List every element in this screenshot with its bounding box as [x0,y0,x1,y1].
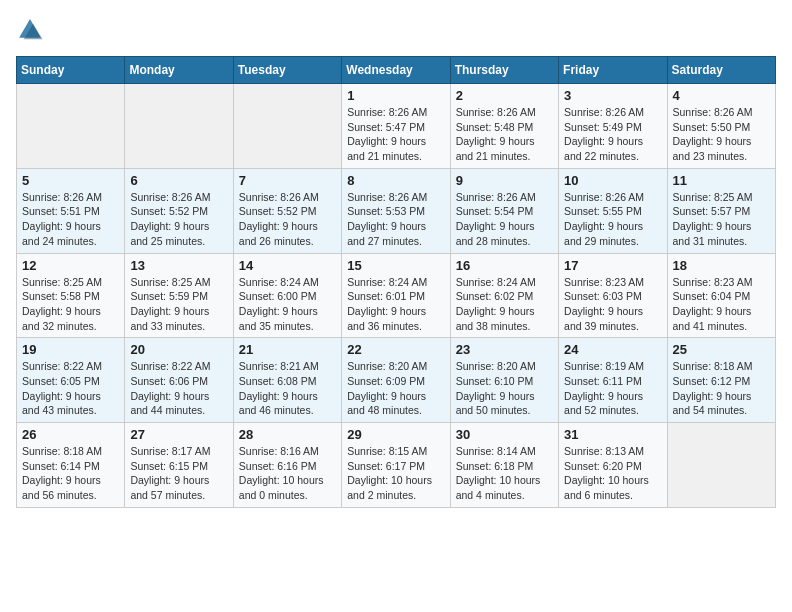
day-info: Sunrise: 8:24 AMSunset: 6:02 PMDaylight:… [456,275,553,334]
calendar-cell: 31Sunrise: 8:13 AMSunset: 6:20 PMDayligh… [559,423,667,508]
day-info: Sunrise: 8:22 AMSunset: 6:06 PMDaylight:… [130,359,227,418]
day-number: 10 [564,173,661,188]
calendar-cell: 15Sunrise: 8:24 AMSunset: 6:01 PMDayligh… [342,253,450,338]
day-info: Sunrise: 8:26 AMSunset: 5:54 PMDaylight:… [456,190,553,249]
calendar-cell: 26Sunrise: 8:18 AMSunset: 6:14 PMDayligh… [17,423,125,508]
calendar-cell [233,84,341,169]
day-info: Sunrise: 8:25 AMSunset: 5:58 PMDaylight:… [22,275,119,334]
day-number: 15 [347,258,444,273]
day-number: 22 [347,342,444,357]
day-number: 27 [130,427,227,442]
calendar-cell: 28Sunrise: 8:16 AMSunset: 6:16 PMDayligh… [233,423,341,508]
day-info: Sunrise: 8:14 AMSunset: 6:18 PMDaylight:… [456,444,553,503]
day-info: Sunrise: 8:26 AMSunset: 5:47 PMDaylight:… [347,105,444,164]
calendar-cell: 11Sunrise: 8:25 AMSunset: 5:57 PMDayligh… [667,168,775,253]
day-info: Sunrise: 8:26 AMSunset: 5:51 PMDaylight:… [22,190,119,249]
day-number: 9 [456,173,553,188]
calendar-week-5: 26Sunrise: 8:18 AMSunset: 6:14 PMDayligh… [17,423,776,508]
day-number: 12 [22,258,119,273]
day-number: 16 [456,258,553,273]
calendar-cell: 10Sunrise: 8:26 AMSunset: 5:55 PMDayligh… [559,168,667,253]
day-number: 17 [564,258,661,273]
day-number: 24 [564,342,661,357]
calendar-week-4: 19Sunrise: 8:22 AMSunset: 6:05 PMDayligh… [17,338,776,423]
calendar-cell: 27Sunrise: 8:17 AMSunset: 6:15 PMDayligh… [125,423,233,508]
day-info: Sunrise: 8:15 AMSunset: 6:17 PMDaylight:… [347,444,444,503]
calendar-cell: 12Sunrise: 8:25 AMSunset: 5:58 PMDayligh… [17,253,125,338]
day-info: Sunrise: 8:26 AMSunset: 5:50 PMDaylight:… [673,105,770,164]
calendar-cell: 23Sunrise: 8:20 AMSunset: 6:10 PMDayligh… [450,338,558,423]
day-info: Sunrise: 8:25 AMSunset: 5:57 PMDaylight:… [673,190,770,249]
calendar-cell: 6Sunrise: 8:26 AMSunset: 5:52 PMDaylight… [125,168,233,253]
day-info: Sunrise: 8:24 AMSunset: 6:01 PMDaylight:… [347,275,444,334]
day-number: 25 [673,342,770,357]
calendar-cell: 2Sunrise: 8:26 AMSunset: 5:48 PMDaylight… [450,84,558,169]
day-number: 11 [673,173,770,188]
day-info: Sunrise: 8:26 AMSunset: 5:52 PMDaylight:… [239,190,336,249]
day-info: Sunrise: 8:26 AMSunset: 5:48 PMDaylight:… [456,105,553,164]
day-info: Sunrise: 8:26 AMSunset: 5:55 PMDaylight:… [564,190,661,249]
calendar-table: SundayMondayTuesdayWednesdayThursdayFrid… [16,56,776,508]
calendar-body: 1Sunrise: 8:26 AMSunset: 5:47 PMDaylight… [17,84,776,508]
day-number: 28 [239,427,336,442]
calendar-cell: 3Sunrise: 8:26 AMSunset: 5:49 PMDaylight… [559,84,667,169]
calendar-cell: 14Sunrise: 8:24 AMSunset: 6:00 PMDayligh… [233,253,341,338]
days-of-week-header: SundayMondayTuesdayWednesdayThursdayFrid… [17,57,776,84]
day-number: 5 [22,173,119,188]
dow-wednesday: Wednesday [342,57,450,84]
dow-friday: Friday [559,57,667,84]
day-info: Sunrise: 8:20 AMSunset: 6:10 PMDaylight:… [456,359,553,418]
page-header [16,16,776,44]
logo-icon [16,16,44,44]
logo [16,16,48,44]
calendar-cell: 17Sunrise: 8:23 AMSunset: 6:03 PMDayligh… [559,253,667,338]
day-info: Sunrise: 8:24 AMSunset: 6:00 PMDaylight:… [239,275,336,334]
day-number: 30 [456,427,553,442]
day-info: Sunrise: 8:26 AMSunset: 5:53 PMDaylight:… [347,190,444,249]
calendar-cell: 21Sunrise: 8:21 AMSunset: 6:08 PMDayligh… [233,338,341,423]
day-number: 19 [22,342,119,357]
calendar-cell [667,423,775,508]
day-number: 26 [22,427,119,442]
day-number: 1 [347,88,444,103]
day-number: 3 [564,88,661,103]
calendar-week-2: 5Sunrise: 8:26 AMSunset: 5:51 PMDaylight… [17,168,776,253]
calendar-cell: 20Sunrise: 8:22 AMSunset: 6:06 PMDayligh… [125,338,233,423]
day-info: Sunrise: 8:25 AMSunset: 5:59 PMDaylight:… [130,275,227,334]
calendar-cell: 8Sunrise: 8:26 AMSunset: 5:53 PMDaylight… [342,168,450,253]
calendar-cell: 30Sunrise: 8:14 AMSunset: 6:18 PMDayligh… [450,423,558,508]
day-info: Sunrise: 8:22 AMSunset: 6:05 PMDaylight:… [22,359,119,418]
day-number: 2 [456,88,553,103]
calendar-cell [125,84,233,169]
calendar-cell: 16Sunrise: 8:24 AMSunset: 6:02 PMDayligh… [450,253,558,338]
day-number: 20 [130,342,227,357]
dow-sunday: Sunday [17,57,125,84]
day-number: 31 [564,427,661,442]
dow-saturday: Saturday [667,57,775,84]
day-info: Sunrise: 8:17 AMSunset: 6:15 PMDaylight:… [130,444,227,503]
day-info: Sunrise: 8:18 AMSunset: 6:12 PMDaylight:… [673,359,770,418]
calendar-cell: 22Sunrise: 8:20 AMSunset: 6:09 PMDayligh… [342,338,450,423]
dow-monday: Monday [125,57,233,84]
day-info: Sunrise: 8:23 AMSunset: 6:03 PMDaylight:… [564,275,661,334]
calendar-cell [17,84,125,169]
day-number: 13 [130,258,227,273]
day-number: 29 [347,427,444,442]
calendar-cell: 24Sunrise: 8:19 AMSunset: 6:11 PMDayligh… [559,338,667,423]
calendar-cell: 13Sunrise: 8:25 AMSunset: 5:59 PMDayligh… [125,253,233,338]
day-number: 14 [239,258,336,273]
calendar-cell: 25Sunrise: 8:18 AMSunset: 6:12 PMDayligh… [667,338,775,423]
day-info: Sunrise: 8:18 AMSunset: 6:14 PMDaylight:… [22,444,119,503]
dow-thursday: Thursday [450,57,558,84]
calendar-cell: 5Sunrise: 8:26 AMSunset: 5:51 PMDaylight… [17,168,125,253]
day-number: 8 [347,173,444,188]
day-info: Sunrise: 8:20 AMSunset: 6:09 PMDaylight:… [347,359,444,418]
day-number: 6 [130,173,227,188]
calendar-cell: 9Sunrise: 8:26 AMSunset: 5:54 PMDaylight… [450,168,558,253]
day-info: Sunrise: 8:16 AMSunset: 6:16 PMDaylight:… [239,444,336,503]
day-number: 21 [239,342,336,357]
day-number: 4 [673,88,770,103]
day-info: Sunrise: 8:26 AMSunset: 5:52 PMDaylight:… [130,190,227,249]
calendar-cell: 29Sunrise: 8:15 AMSunset: 6:17 PMDayligh… [342,423,450,508]
calendar-cell: 18Sunrise: 8:23 AMSunset: 6:04 PMDayligh… [667,253,775,338]
